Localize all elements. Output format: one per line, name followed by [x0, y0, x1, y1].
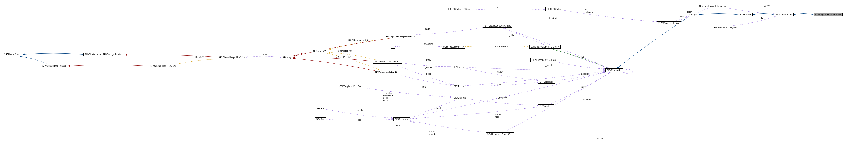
class-collaboration-diagram: SFZSingleEditLabelControlSFYLabelControl…: [0, 0, 868, 156]
edge-label: _color: [764, 4, 770, 7]
edge-label: _tracer: [496, 83, 503, 86]
class-box-sfxgrid[interactable]: SFXGrid: [315, 107, 326, 110]
edge-label: _handler: [496, 71, 504, 73]
class-box-sfxclusterheap_t_alloc[interactable]: SFXClusterHeap< T, Alloc >: [149, 64, 178, 68]
class-box-sfyhandler[interactable]: SFYHandler: [451, 65, 466, 69]
class-box-sfxsize[interactable]: SFXSize: [315, 117, 326, 121]
class-box-sfxarray_v[interactable]: SFXArray< V >: [312, 49, 329, 53]
class-box-sfaclusterheap_alloc[interactable]: SFAClusterHeap< Alloc >: [41, 64, 68, 68]
edge: [363, 88, 452, 97]
edge: [393, 64, 454, 84]
edge: [551, 48, 609, 69]
class-box-sfaheap_alloc[interactable]: SFAHeap< Alloc >: [3, 53, 23, 56]
class-box-sfyresponderptr: < SFYResponderPtr >: [346, 39, 370, 42]
edge-label: renderupdate: [429, 130, 436, 135]
edge-label: _color: [678, 15, 684, 17]
edge: [556, 62, 606, 69]
edge: [293, 38, 390, 56]
edge-label: _size: [356, 119, 361, 121]
edge-label: _buffer: [261, 53, 268, 56]
edge: [466, 67, 606, 70]
class-box-static_exception_sfce[interactable]: static_exception< SFCError >: [529, 45, 561, 48]
class-box-uint32: < UInt32 >: [193, 55, 206, 59]
edge-label: _flag: [580, 55, 584, 58]
class-box-noderecptr: < NodeRecPtr >: [335, 55, 353, 59]
class-box-cacherecptr: < CacheRecPtr >: [335, 49, 354, 52]
class-box-sfxclusterheap_uint32[interactable]: SFXClusterHeap< UInt32 >: [217, 55, 246, 59]
class-box-sfxgraphics_fontrec[interactable]: SFXGraphics::FontRec: [338, 84, 363, 88]
class-box-sfaclusterheap_debugalloc[interactable]: SFAClusterHeap< SFDDebugAllocator >: [83, 53, 125, 56]
class-box-sfyresponder_flagrec[interactable]: SFYResponder::FlagRec: [530, 58, 557, 62]
edge: [468, 99, 538, 106]
class-box-sfylabelcontrol_colorrec[interactable]: SFYLabelControl::ColorRec: [698, 4, 727, 8]
class-box-sfxarray_cacherecptr[interactable]: SFXArray< CacheRecPtr >: [373, 60, 402, 64]
edge-label: _rcontext: [595, 137, 603, 139]
class-box-static_exception_T[interactable]: static_exception< T >: [442, 45, 465, 48]
edge: [19, 56, 48, 64]
edge-label: _handler: [545, 64, 554, 67]
class-box-sfxarray_sfyresponderptr[interactable]: SFXArray< SFYResponderPtr >: [382, 35, 416, 38]
class-box-sfaarray[interactable]: SFAArray: [281, 55, 293, 59]
class-box-sfydistributer[interactable]: SFYDistributer: [538, 80, 555, 84]
class-box-sfytracer[interactable]: SFYTracer: [452, 84, 465, 88]
edge: [246, 56, 281, 57]
class-box-sfxrectangle[interactable]: SFXRectangle: [393, 117, 410, 121]
edge: [407, 100, 455, 117]
edge: [503, 72, 611, 132]
edge: [178, 59, 217, 64]
edge: [23, 53, 83, 54]
edge: [794, 14, 814, 15]
class-box-sfxgraphics[interactable]: SFXGraphics: [452, 96, 468, 100]
edge: [466, 68, 538, 80]
class-box-highlighted[interactable]: SFZSingleEditLabelControl: [814, 13, 843, 16]
class-box-sfydistributer_contextrec[interactable]: SFYDistributer::ContextRec: [483, 24, 513, 28]
edge-label: _node: [425, 58, 431, 61]
class-box-sfylabelcontrol_keyrec[interactable]: SFYLabelControl::KeyRec: [711, 26, 739, 29]
edge: [623, 69, 633, 74]
class-box-sfywidget_colorrec[interactable]: SFYWidget::ColorRec: [657, 22, 681, 25]
edge-label: _global: [434, 107, 440, 109]
edge-label: _virtual_real: [494, 113, 501, 118]
class-box-sfywidget[interactable]: SFYWidget: [685, 13, 699, 16]
edge-label: _key: [760, 17, 765, 20]
edge: [395, 46, 442, 47]
edge: [410, 121, 488, 132]
class-box-sfycontrol[interactable]: SFYControl: [739, 13, 753, 16]
edge: [699, 14, 739, 15]
class-box-sfyrenderer_contextrec[interactable]: SFYRenderer::ContextRec: [486, 132, 514, 136]
class-box-sfcerror: < SFCError >: [494, 45, 509, 48]
class-box-sfxarray_noderecptr[interactable]: SFXArray< NodeRecPtr >: [373, 71, 401, 74]
edge-label: node: [425, 28, 430, 30]
edge-label: _node: [425, 73, 431, 75]
class-box-sfyresponder[interactable]: SFYResponder: [606, 69, 623, 72]
edge-label: _color: [494, 6, 500, 9]
edge-label: _xtranslate_utranslate_sclip_uclip: [382, 92, 393, 102]
edge: [410, 72, 606, 117]
class-box-T[interactable]: T: [391, 45, 395, 48]
edge-label: color: [687, 11, 692, 13]
edge-label: _font: [421, 86, 426, 88]
edge-label: _cache: [425, 66, 432, 69]
edge: [402, 63, 451, 67]
edge: [753, 14, 774, 15]
edge-label: _exception: [423, 43, 433, 45]
edge-label: _tracer: [580, 86, 586, 88]
edge: [562, 10, 657, 22]
class-box-sfyrenderer[interactable]: SFYRenderer: [538, 105, 554, 108]
edge-label: _distributer: [580, 73, 590, 75]
edge-label: origin: [395, 124, 400, 126]
edge-label: focusbackground: [584, 8, 595, 13]
edge: [68, 65, 149, 66]
edge: [733, 16, 775, 26]
edge: [472, 9, 545, 10]
edge-label: _renderer: [582, 99, 591, 101]
edge-label: _origin: [356, 109, 363, 112]
edge-label: _graphics: [498, 96, 507, 99]
class-box-sfylabelcontrol[interactable]: SFYLabelControl: [774, 13, 794, 16]
edge-label: _dcontext: [548, 17, 557, 20]
class-box-sfxrgbcolor_rgbrec[interactable]: SFXRGBColor::RGBRec: [445, 7, 472, 11]
edge-label: _child: [509, 34, 515, 37]
edge: [410, 107, 538, 119]
class-box-sfxrgbcolor[interactable]: SFXRGBColor: [545, 7, 562, 11]
edge: [293, 58, 373, 61]
